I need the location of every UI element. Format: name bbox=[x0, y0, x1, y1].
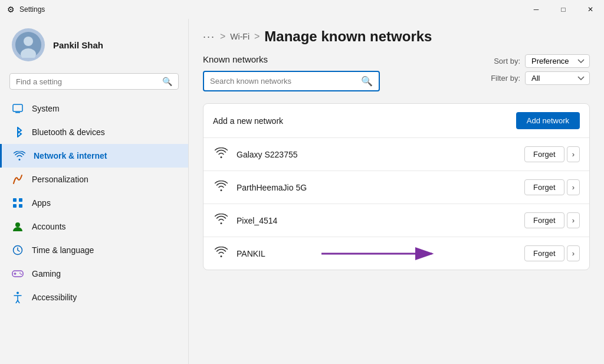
search-network-input[interactable] bbox=[210, 77, 357, 86]
search-input[interactable] bbox=[16, 77, 159, 86]
top-controls: Known networks 🔍 Sort by: Preference Nam… bbox=[203, 54, 590, 99]
wifi-icon-0 bbox=[213, 147, 229, 161]
time-icon bbox=[12, 244, 24, 256]
network-name-2: Pixel_4514 bbox=[237, 216, 517, 225]
titlebar-left: ⚙ Settings bbox=[7, 5, 45, 14]
purple-arrow-svg bbox=[321, 245, 439, 263]
nav-label-personalization: Personalization bbox=[32, 175, 88, 184]
nav-label-bluetooth: Bluetooth & devices bbox=[32, 127, 105, 137]
known-networks-label: Known networks bbox=[203, 54, 268, 64]
nav-label-accounts: Accounts bbox=[32, 222, 66, 231]
svg-point-13 bbox=[21, 274, 22, 275]
breadcrumb-sep2: > bbox=[254, 31, 260, 42]
breadcrumb-wifi[interactable]: Wi-Fi bbox=[230, 32, 250, 41]
nav-label-time: Time & language bbox=[32, 245, 94, 255]
sort-dropdown[interactable]: Preference Name bbox=[525, 54, 590, 68]
wifi-icon-2 bbox=[213, 214, 229, 227]
accounts-icon bbox=[12, 221, 24, 232]
chevron-button-1[interactable]: › bbox=[567, 179, 580, 195]
wifi-icon-3 bbox=[213, 247, 229, 260]
svg-rect-4 bbox=[15, 112, 20, 113]
network-name-1: ParthHeemaJio 5G bbox=[237, 183, 517, 192]
nav-time[interactable]: Time & language bbox=[0, 238, 188, 262]
apps-icon bbox=[12, 197, 24, 209]
user-name: Pankil Shah bbox=[53, 40, 103, 50]
forget-button-1[interactable]: Forget bbox=[524, 179, 564, 195]
network-item-1: ParthHeemaJio 5G Forget › bbox=[203, 171, 589, 204]
nav-personalization[interactable]: Personalization bbox=[0, 168, 188, 191]
sort-label: Sort by: bbox=[494, 57, 520, 65]
network-actions-0: Forget › bbox=[524, 146, 580, 162]
filter-label: Filter by: bbox=[491, 74, 520, 83]
close-button[interactable]: ✕ bbox=[577, 0, 604, 19]
minimize-button[interactable]: ─ bbox=[523, 0, 550, 19]
nav-label-apps: Apps bbox=[32, 198, 51, 208]
chevron-button-3[interactable]: › bbox=[567, 245, 580, 261]
filter-dropdown[interactable]: All Secured Open bbox=[525, 71, 590, 85]
chevron-button-2[interactable]: › bbox=[567, 212, 580, 228]
svg-rect-5 bbox=[13, 198, 17, 202]
titlebar: ⚙ Settings ─ □ ✕ bbox=[0, 0, 604, 19]
settings-icon: ⚙ bbox=[7, 5, 15, 14]
avatar bbox=[12, 28, 45, 61]
sidebar-search-box[interactable]: 🔍 bbox=[9, 73, 179, 90]
forget-button-3[interactable]: Forget bbox=[524, 245, 564, 261]
known-networks-left: Known networks 🔍 bbox=[203, 54, 380, 99]
sort-row: Sort by: Preference Name bbox=[494, 54, 590, 68]
sort-filter-controls: Sort by: Preference Name Filter by: All … bbox=[491, 54, 590, 85]
network-list: Add a new network Add network Galaxy S22… bbox=[203, 103, 590, 270]
nav-apps[interactable]: Apps bbox=[0, 191, 188, 215]
breadcrumb-sep1: > bbox=[220, 31, 225, 42]
titlebar-controls: ─ □ ✕ bbox=[523, 0, 604, 19]
chevron-button-0[interactable]: › bbox=[567, 146, 580, 162]
personalization-icon bbox=[12, 173, 24, 185]
network-actions-1: Forget › bbox=[524, 179, 580, 195]
network-icon bbox=[14, 150, 25, 162]
svg-rect-7 bbox=[13, 204, 17, 208]
gaming-icon bbox=[12, 268, 24, 280]
network-item-2: Pixel_4514 Forget › bbox=[203, 204, 589, 237]
svg-point-1 bbox=[24, 37, 33, 46]
breadcrumb: ··· > Wi-Fi > Manage known networks bbox=[203, 28, 590, 45]
add-network-label: Add a new network bbox=[213, 116, 283, 126]
network-actions-2: Forget › bbox=[524, 212, 580, 228]
maximize-button[interactable]: □ bbox=[550, 0, 577, 19]
svg-rect-3 bbox=[13, 104, 22, 112]
accessibility-icon bbox=[12, 291, 24, 303]
arrow-annotation bbox=[321, 245, 439, 263]
filter-row: Filter by: All Secured Open bbox=[491, 71, 590, 85]
breadcrumb-ellipsis[interactable]: ··· bbox=[203, 31, 215, 43]
search-network-box[interactable]: 🔍 bbox=[203, 71, 380, 91]
user-profile[interactable]: Pankil Shah bbox=[0, 19, 188, 71]
nav-accessibility[interactable]: Accessibility bbox=[0, 286, 188, 309]
sidebar: Pankil Shah 🔍 System Bluetooth & devices bbox=[0, 19, 189, 364]
search-network-icon: 🔍 bbox=[361, 76, 373, 87]
svg-point-14 bbox=[17, 292, 19, 294]
svg-rect-8 bbox=[19, 204, 22, 208]
nav-network[interactable]: Network & internet bbox=[0, 144, 188, 168]
main-panel: ··· > Wi-Fi > Manage known networks Know… bbox=[189, 19, 604, 364]
add-network-button[interactable]: Add network bbox=[516, 112, 580, 129]
nav-accounts[interactable]: Accounts bbox=[0, 215, 188, 238]
nav-label-accessibility: Accessibility bbox=[32, 293, 77, 302]
nav-gaming[interactable]: Gaming bbox=[0, 262, 188, 286]
nav-label-gaming: Gaming bbox=[32, 269, 61, 278]
titlebar-title: Settings bbox=[19, 5, 45, 14]
svg-point-12 bbox=[19, 273, 21, 274]
wifi-icon-1 bbox=[213, 181, 229, 194]
system-icon bbox=[12, 103, 24, 114]
nav-bluetooth[interactable]: Bluetooth & devices bbox=[0, 120, 188, 144]
page-title: Manage known networks bbox=[264, 28, 432, 45]
svg-point-9 bbox=[15, 222, 20, 227]
nav-system[interactable]: System bbox=[0, 97, 188, 120]
search-icon: 🔍 bbox=[162, 77, 172, 86]
svg-rect-6 bbox=[19, 198, 22, 202]
app-body: Pankil Shah 🔍 System Bluetooth & devices bbox=[0, 19, 604, 364]
network-name-0: Galaxy S223755 bbox=[237, 150, 517, 159]
forget-button-0[interactable]: Forget bbox=[524, 146, 564, 162]
network-actions-3: Forget › bbox=[524, 245, 580, 261]
forget-button-2[interactable]: Forget bbox=[524, 212, 564, 228]
network-item-3: PANKIL Forget › bbox=[203, 237, 589, 270]
bluetooth-icon bbox=[12, 126, 24, 138]
add-network-row: Add a new network Add network bbox=[203, 104, 589, 138]
